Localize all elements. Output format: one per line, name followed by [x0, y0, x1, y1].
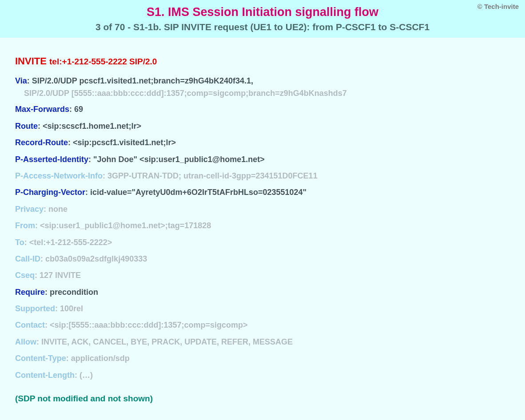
colon: :: [45, 321, 50, 329]
sip-header-name: P-Access-Network-Info: [15, 171, 103, 180]
sip-headers-block: Via: SIP/2.0/UDP pcscf1.visited1.net;bra…: [15, 76, 510, 380]
sip-header-name: Content-Length: [15, 371, 75, 380]
colon: :: [75, 371, 80, 380]
sip-header-value: 3GPP-UTRAN-TDD; utran-cell-id-3gpp=23415…: [107, 171, 318, 180]
sip-header-value: 100rel: [60, 304, 83, 313]
colon: :: [40, 254, 45, 263]
sip-header-line: To: <tel:+1-212-555-2222>: [15, 238, 510, 248]
sip-header-value: 127 INVITE: [40, 271, 81, 280]
sip-header-value: 69: [74, 105, 83, 114]
sip-header-name: To: [15, 238, 24, 247]
colon: :: [85, 188, 90, 197]
sip-header-value: <sip:pcscf1.visited1.net;lr>: [73, 138, 176, 147]
sip-header-name: From: [15, 221, 35, 230]
colon: :: [68, 138, 73, 147]
sip-header-value: INVITE, ACK, CANCEL, BYE, PRACK, UPDATE,…: [41, 337, 293, 346]
sip-header-value: icid-value="AyretyU0dm+6O2IrT5tAFrbHLso=…: [90, 188, 306, 197]
title-main: S1. IMS Session Initiation signalling fl…: [0, 5, 525, 19]
sip-header-line: P-Access-Network-Info: 3GPP-UTRAN-TDD; u…: [15, 171, 510, 181]
sip-header-line: Allow: INVITE, ACK, CANCEL, BYE, PRACK, …: [15, 337, 510, 347]
colon: :: [35, 271, 40, 280]
sip-header-value: "John Doe" <sip:user1_public1@home1.net>: [93, 155, 265, 164]
sip-header-value: (…): [80, 371, 93, 380]
colon: :: [103, 171, 107, 180]
sip-header-name: P-Charging-Vector: [15, 188, 85, 197]
colon: :: [88, 155, 93, 164]
colon: :: [55, 304, 60, 313]
header-banner: © Tech-invite S1. IMS Session Initiation…: [0, 0, 525, 38]
sip-header-line: Via: SIP/2.0/UDP pcscf1.visited1.net;bra…: [15, 76, 510, 86]
sip-header-line: Record-Route: <sip:pcscf1.visited1.net;l…: [15, 138, 510, 148]
sip-header-name: Cseq: [15, 271, 35, 280]
sip-header-name: Content-Type: [15, 354, 66, 363]
sip-header-name: Route: [15, 122, 38, 131]
sip-header-name: Contact: [15, 321, 45, 329]
sip-header-line: Call-ID: cb03a0s09a2sdfglkj490333: [15, 254, 510, 264]
copyright-label: © Tech-invite: [477, 3, 519, 10]
sip-header-line: Max-Forwards: 69: [15, 104, 510, 115]
sip-header-value: <sip:[5555::aaa:bbb:ccc:ddd]:1357;comp=s…: [50, 321, 248, 329]
title-subtitle: 3 of 70 - S1-1b. SIP INVITE request (UE1…: [0, 22, 525, 32]
sip-header-value: <tel:+1-212-555-2222>: [29, 238, 112, 247]
sip-header-line: P-Asserted-Identity: "John Doe" <sip:use…: [15, 155, 510, 165]
sip-header-value: none: [48, 205, 68, 214]
colon: :: [66, 354, 71, 363]
sip-header-name: Privacy: [15, 205, 44, 214]
sip-message-content: INVITE tel:+1-212-555-2222 SIP/2.0 Via: …: [0, 38, 525, 412]
colon: :: [45, 288, 50, 297]
colon: :: [27, 76, 32, 85]
sip-header-line: Contact: <sip:[5555::aaa:bbb:ccc:ddd]:13…: [15, 320, 510, 330]
sip-header-line: Supported: 100rel: [15, 304, 510, 314]
sip-header-name: Record-Route: [15, 138, 68, 147]
sip-header-value: <sip:scscf1.home1.net;lr>: [43, 122, 141, 131]
sip-header-line: Require: precondition: [15, 287, 510, 297]
sip-request-line: INVITE tel:+1-212-555-2222 SIP/2.0: [15, 55, 510, 67]
sip-header-name: Call-ID: [15, 254, 40, 263]
sip-header-value: cb03a0s09a2sdfglkj490333: [45, 254, 147, 263]
sip-header-name: Via: [15, 76, 27, 85]
sip-header-line: From: <sip:user1_public1@home1.net>;tag=…: [15, 221, 510, 231]
sip-header-value: <sip:user1_public1@home1.net>;tag=171828: [40, 221, 211, 230]
sdp-note: (SDP not modified and not shown): [15, 394, 510, 404]
sip-header-name: Require: [15, 288, 45, 297]
colon: :: [36, 337, 41, 346]
sip-header-name: P-Asserted-Identity: [15, 155, 88, 164]
sip-header-line: Cseq: 127 INVITE: [15, 270, 510, 281]
sip-header-name: Supported: [15, 304, 55, 313]
colon: :: [24, 238, 29, 247]
sip-header-line: Content-Length: (…): [15, 370, 510, 380]
colon: :: [69, 105, 74, 114]
sip-request-uri: tel:+1-212-555-2222 SIP/2.0: [49, 57, 157, 66]
sip-header-value: SIP/2.0/UDP pcscf1.visited1.net;branch=z…: [32, 76, 253, 85]
sip-header-name: Allow: [15, 337, 36, 346]
colon: :: [44, 205, 48, 214]
sip-header-continuation: SIP/2.0/UDP [5555::aaa:bbb:ccc:ddd]:1357…: [24, 89, 510, 98]
colon: :: [35, 221, 40, 230]
sip-header-line: Route: <sip:scscf1.home1.net;lr>: [15, 121, 510, 131]
colon: :: [38, 122, 43, 131]
page: © Tech-invite S1. IMS Session Initiation…: [0, 0, 525, 420]
sip-header-value: application/sdp: [71, 354, 130, 363]
sip-header-name: Max-Forwards: [15, 105, 69, 114]
sip-header-line: P-Charging-Vector: icid-value="AyretyU0d…: [15, 187, 510, 198]
sip-header-value: precondition: [50, 288, 98, 297]
sip-header-line: Content-Type: application/sdp: [15, 353, 510, 364]
sip-header-line: Privacy: none: [15, 204, 510, 214]
sip-method: INVITE: [15, 55, 47, 67]
